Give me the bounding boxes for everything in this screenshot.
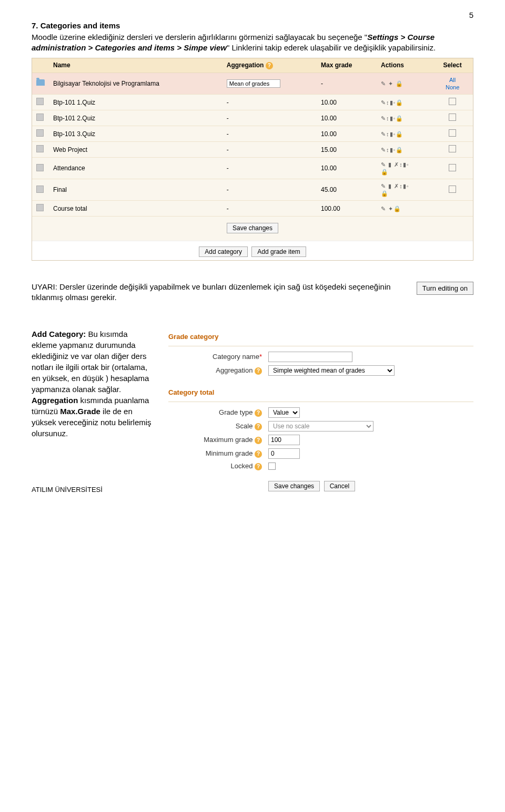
add-category-button[interactable]: Add category: [199, 246, 248, 257]
row-actions[interactable]: ✎↕▮◦🔒: [381, 99, 403, 106]
grade-icon: [36, 186, 44, 193]
folder-icon: [36, 79, 45, 86]
label-min-grade: Minimum grade: [206, 449, 253, 457]
section-heading: 7. Categories and items: [32, 21, 473, 30]
label-aggregation: Aggregation: [216, 366, 252, 374]
help-icon[interactable]: ?: [255, 437, 262, 444]
select-none-link[interactable]: None: [446, 84, 459, 90]
th-actions: Actions: [377, 58, 432, 73]
quiz-icon: [36, 98, 44, 105]
add-grade-item-button[interactable]: Add grade item: [251, 246, 306, 257]
row-checkbox[interactable]: [449, 129, 456, 137]
th-agg: Aggregation ?: [223, 58, 317, 73]
row-actions[interactable]: ✎ ▮ ✗↕▮◦🔒: [381, 161, 409, 175]
add-category-label: Add Category:: [32, 330, 86, 338]
item-max: 45.00: [317, 179, 377, 201]
table-row: Course total - 100.00 ✎ ✦🔒: [32, 201, 473, 217]
item-max: 10.00: [317, 95, 377, 110]
assignment-icon: [36, 145, 44, 152]
select-all-link[interactable]: All: [449, 77, 456, 83]
locked-checkbox[interactable]: [268, 462, 276, 470]
grade-category-form-screenshot: Grade category Category name* Aggregatio…: [168, 328, 473, 491]
row-checkbox[interactable]: [449, 186, 456, 193]
max-grade-input[interactable]: [268, 435, 300, 445]
table-row: Attendance - 10.00 ✎ ▮ ✗↕▮◦🔒: [32, 158, 473, 179]
row-actions[interactable]: ✎ ✦🔒: [381, 205, 401, 212]
row-checkbox[interactable]: [449, 114, 456, 121]
label-category-name: Category name: [213, 353, 259, 361]
cancel-button[interactable]: Cancel: [324, 481, 355, 491]
row-checkbox[interactable]: [449, 145, 456, 152]
row-actions[interactable]: ✎↕▮◦🔒: [381, 147, 403, 153]
item-max: 10.00: [317, 110, 377, 126]
cat-max: -: [317, 73, 377, 95]
attendance-icon: [36, 164, 44, 171]
item-max: 100.00: [317, 201, 377, 217]
page-footer: ATILIM ÜNİVERSİTESİ: [32, 486, 103, 494]
item-max: 15.00: [317, 142, 377, 158]
help-icon[interactable]: ?: [255, 423, 262, 430]
item-name: Attendance: [49, 158, 223, 179]
para1a: Moodle üzerine eklediğiniz dersleri ve d…: [32, 33, 367, 42]
label-grade-type: Grade type: [219, 408, 252, 416]
turn-editing-on-button[interactable]: Turn editing on: [417, 282, 473, 295]
row-actions[interactable]: ✎↕▮◦🔒: [381, 131, 403, 137]
table-row: Web Project - 15.00 ✎↕▮◦🔒: [32, 142, 473, 158]
aggregation-select[interactable]: Mean of grades: [227, 79, 280, 88]
label-scale: Scale: [236, 422, 253, 430]
cat-name: Bilgisayar Teknolojisi ve Programlama: [49, 73, 223, 95]
help-icon[interactable]: ?: [255, 367, 262, 375]
row-actions[interactable]: ✎ ✦ 🔒: [381, 80, 403, 87]
aggregation-select[interactable]: Simple weighted mean of grades: [268, 365, 395, 376]
section-grade-category: Grade category: [168, 333, 473, 341]
table-row: Final - 45.00 ✎ ▮ ✗↕▮◦🔒: [32, 179, 473, 201]
item-name: Btp-101 3.Quiz: [49, 126, 223, 142]
th-max: Max grade: [317, 58, 377, 73]
table-row: Btp-101 2.Quiz - 10.00 ✎↕▮◦🔒: [32, 110, 473, 126]
th-name: Name: [49, 58, 223, 73]
label-max-grade: Maximum grade: [204, 436, 252, 444]
quiz-icon: [36, 114, 44, 121]
help-icon[interactable]: ?: [255, 450, 262, 458]
save-changes-button[interactable]: Save changes: [227, 223, 278, 233]
para1b: " Linklerini takip ederek ulaşabilir ve …: [227, 43, 436, 52]
help-icon[interactable]: ?: [266, 62, 273, 69]
total-icon: [36, 204, 44, 211]
item-name: Course total: [49, 201, 223, 217]
help-icon[interactable]: ?: [255, 409, 262, 417]
row-checkbox[interactable]: [449, 164, 456, 171]
section-category-total: Category total: [168, 388, 473, 396]
add-category-description: Add Category: Bu kısımda ekleme yapmanız…: [32, 328, 153, 439]
grade-items-table-screenshot: Name Aggregation ? Max grade Actions Sel…: [32, 58, 473, 261]
scale-select[interactable]: Use no scale: [268, 421, 373, 431]
save-changes-button[interactable]: Save changes: [268, 481, 320, 491]
item-name: Web Project: [49, 142, 223, 158]
row-checkbox[interactable]: [449, 98, 456, 105]
row-actions[interactable]: ✎↕▮◦🔒: [381, 115, 403, 121]
help-icon[interactable]: ?: [255, 463, 262, 470]
warning-text: UYARI: Dersler üzerinde değişikli yapabi…: [32, 282, 401, 303]
row-actions[interactable]: ✎ ▮ ✗↕▮◦🔒: [381, 183, 409, 197]
category-name-input[interactable]: [268, 352, 352, 362]
table-row: Bilgisayar Teknolojisi ve Programlama Me…: [32, 73, 473, 95]
item-max: 10.00: [317, 158, 377, 179]
th-select: Select: [432, 58, 473, 73]
page-number: 5: [469, 11, 473, 19]
table-row: Btp-101 3.Quiz - 10.00 ✎↕▮◦🔒: [32, 126, 473, 142]
item-name: Btp-101 1.Quiz: [49, 95, 223, 110]
table-row: Btp-101 1.Quiz - 10.00 ✎↕▮◦🔒: [32, 95, 473, 110]
quiz-icon: [36, 129, 44, 137]
item-name: Final: [49, 179, 223, 201]
grade-type-select[interactable]: Value: [268, 407, 300, 418]
min-grade-input[interactable]: [268, 448, 300, 459]
section-paragraph-1: Moodle üzerine eklediğiniz dersleri ve d…: [32, 32, 473, 54]
item-max: 10.00: [317, 126, 377, 142]
item-name: Btp-101 2.Quiz: [49, 110, 223, 126]
label-locked: Locked: [230, 462, 252, 470]
